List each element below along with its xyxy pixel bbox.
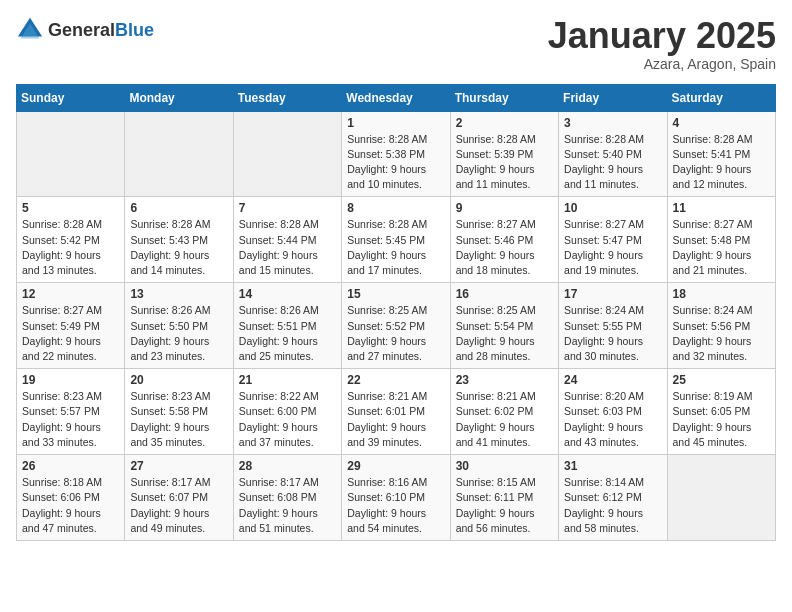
- day-number: 11: [673, 201, 770, 215]
- day-info: Sunrise: 8:17 AM Sunset: 6:07 PM Dayligh…: [130, 475, 227, 536]
- weekday-sunday: Sunday: [17, 84, 125, 111]
- day-info: Sunrise: 8:28 AM Sunset: 5:45 PM Dayligh…: [347, 217, 444, 278]
- day-info: Sunrise: 8:28 AM Sunset: 5:44 PM Dayligh…: [239, 217, 336, 278]
- logo-blue: Blue: [115, 20, 154, 40]
- day-info: Sunrise: 8:14 AM Sunset: 6:12 PM Dayligh…: [564, 475, 661, 536]
- day-cell: 8Sunrise: 8:28 AM Sunset: 5:45 PM Daylig…: [342, 197, 450, 283]
- weekday-thursday: Thursday: [450, 84, 558, 111]
- day-number: 22: [347, 373, 444, 387]
- weekday-monday: Monday: [125, 84, 233, 111]
- day-info: Sunrise: 8:17 AM Sunset: 6:08 PM Dayligh…: [239, 475, 336, 536]
- day-info: Sunrise: 8:26 AM Sunset: 5:50 PM Dayligh…: [130, 303, 227, 364]
- day-cell: 6Sunrise: 8:28 AM Sunset: 5:43 PM Daylig…: [125, 197, 233, 283]
- day-cell: 28Sunrise: 8:17 AM Sunset: 6:08 PM Dayli…: [233, 455, 341, 541]
- day-cell: 16Sunrise: 8:25 AM Sunset: 5:54 PM Dayli…: [450, 283, 558, 369]
- day-number: 3: [564, 116, 661, 130]
- day-info: Sunrise: 8:22 AM Sunset: 6:00 PM Dayligh…: [239, 389, 336, 450]
- day-info: Sunrise: 8:16 AM Sunset: 6:10 PM Dayligh…: [347, 475, 444, 536]
- weekday-friday: Friday: [559, 84, 667, 111]
- day-info: Sunrise: 8:24 AM Sunset: 5:56 PM Dayligh…: [673, 303, 770, 364]
- day-number: 28: [239, 459, 336, 473]
- day-number: 12: [22, 287, 119, 301]
- weekday-saturday: Saturday: [667, 84, 775, 111]
- day-cell: 15Sunrise: 8:25 AM Sunset: 5:52 PM Dayli…: [342, 283, 450, 369]
- day-number: 27: [130, 459, 227, 473]
- day-cell: 17Sunrise: 8:24 AM Sunset: 5:55 PM Dayli…: [559, 283, 667, 369]
- day-number: 19: [22, 373, 119, 387]
- day-info: Sunrise: 8:19 AM Sunset: 6:05 PM Dayligh…: [673, 389, 770, 450]
- day-info: Sunrise: 8:28 AM Sunset: 5:40 PM Dayligh…: [564, 132, 661, 193]
- day-number: 24: [564, 373, 661, 387]
- day-cell: 10Sunrise: 8:27 AM Sunset: 5:47 PM Dayli…: [559, 197, 667, 283]
- day-info: Sunrise: 8:27 AM Sunset: 5:48 PM Dayligh…: [673, 217, 770, 278]
- day-number: 26: [22, 459, 119, 473]
- week-row-2: 5Sunrise: 8:28 AM Sunset: 5:42 PM Daylig…: [17, 197, 776, 283]
- day-number: 29: [347, 459, 444, 473]
- day-info: Sunrise: 8:26 AM Sunset: 5:51 PM Dayligh…: [239, 303, 336, 364]
- calendar-table: SundayMondayTuesdayWednesdayThursdayFrid…: [16, 84, 776, 541]
- day-cell: 11Sunrise: 8:27 AM Sunset: 5:48 PM Dayli…: [667, 197, 775, 283]
- day-info: Sunrise: 8:27 AM Sunset: 5:46 PM Dayligh…: [456, 217, 553, 278]
- day-info: Sunrise: 8:21 AM Sunset: 6:02 PM Dayligh…: [456, 389, 553, 450]
- day-info: Sunrise: 8:28 AM Sunset: 5:38 PM Dayligh…: [347, 132, 444, 193]
- day-number: 7: [239, 201, 336, 215]
- day-cell: 13Sunrise: 8:26 AM Sunset: 5:50 PM Dayli…: [125, 283, 233, 369]
- day-cell: 26Sunrise: 8:18 AM Sunset: 6:06 PM Dayli…: [17, 455, 125, 541]
- day-cell: 9Sunrise: 8:27 AM Sunset: 5:46 PM Daylig…: [450, 197, 558, 283]
- day-number: 20: [130, 373, 227, 387]
- day-cell: 23Sunrise: 8:21 AM Sunset: 6:02 PM Dayli…: [450, 369, 558, 455]
- day-number: 2: [456, 116, 553, 130]
- day-cell: [17, 111, 125, 197]
- day-info: Sunrise: 8:28 AM Sunset: 5:39 PM Dayligh…: [456, 132, 553, 193]
- day-info: Sunrise: 8:25 AM Sunset: 5:54 PM Dayligh…: [456, 303, 553, 364]
- day-cell: 5Sunrise: 8:28 AM Sunset: 5:42 PM Daylig…: [17, 197, 125, 283]
- day-info: Sunrise: 8:28 AM Sunset: 5:43 PM Dayligh…: [130, 217, 227, 278]
- day-number: 17: [564, 287, 661, 301]
- day-cell: 25Sunrise: 8:19 AM Sunset: 6:05 PM Dayli…: [667, 369, 775, 455]
- day-info: Sunrise: 8:21 AM Sunset: 6:01 PM Dayligh…: [347, 389, 444, 450]
- day-cell: [125, 111, 233, 197]
- logo-general: General: [48, 20, 115, 40]
- day-number: 9: [456, 201, 553, 215]
- day-info: Sunrise: 8:20 AM Sunset: 6:03 PM Dayligh…: [564, 389, 661, 450]
- day-info: Sunrise: 8:23 AM Sunset: 5:57 PM Dayligh…: [22, 389, 119, 450]
- day-number: 1: [347, 116, 444, 130]
- day-number: 8: [347, 201, 444, 215]
- day-cell: 30Sunrise: 8:15 AM Sunset: 6:11 PM Dayli…: [450, 455, 558, 541]
- weekday-wednesday: Wednesday: [342, 84, 450, 111]
- day-cell: 7Sunrise: 8:28 AM Sunset: 5:44 PM Daylig…: [233, 197, 341, 283]
- week-row-3: 12Sunrise: 8:27 AM Sunset: 5:49 PM Dayli…: [17, 283, 776, 369]
- day-number: 14: [239, 287, 336, 301]
- day-cell: 22Sunrise: 8:21 AM Sunset: 6:01 PM Dayli…: [342, 369, 450, 455]
- title-block: January 2025 Azara, Aragon, Spain: [548, 16, 776, 72]
- day-cell: 20Sunrise: 8:23 AM Sunset: 5:58 PM Dayli…: [125, 369, 233, 455]
- day-cell: 1Sunrise: 8:28 AM Sunset: 5:38 PM Daylig…: [342, 111, 450, 197]
- weekday-header-row: SundayMondayTuesdayWednesdayThursdayFrid…: [17, 84, 776, 111]
- day-number: 15: [347, 287, 444, 301]
- day-info: Sunrise: 8:28 AM Sunset: 5:41 PM Dayligh…: [673, 132, 770, 193]
- month-title: January 2025: [548, 16, 776, 56]
- day-number: 4: [673, 116, 770, 130]
- day-info: Sunrise: 8:18 AM Sunset: 6:06 PM Dayligh…: [22, 475, 119, 536]
- day-number: 23: [456, 373, 553, 387]
- day-cell: 2Sunrise: 8:28 AM Sunset: 5:39 PM Daylig…: [450, 111, 558, 197]
- day-cell: 21Sunrise: 8:22 AM Sunset: 6:00 PM Dayli…: [233, 369, 341, 455]
- day-cell: 31Sunrise: 8:14 AM Sunset: 6:12 PM Dayli…: [559, 455, 667, 541]
- day-info: Sunrise: 8:24 AM Sunset: 5:55 PM Dayligh…: [564, 303, 661, 364]
- weekday-tuesday: Tuesday: [233, 84, 341, 111]
- day-cell: 19Sunrise: 8:23 AM Sunset: 5:57 PM Dayli…: [17, 369, 125, 455]
- calendar-body: 1Sunrise: 8:28 AM Sunset: 5:38 PM Daylig…: [17, 111, 776, 540]
- day-cell: 14Sunrise: 8:26 AM Sunset: 5:51 PM Dayli…: [233, 283, 341, 369]
- day-number: 10: [564, 201, 661, 215]
- day-cell: 29Sunrise: 8:16 AM Sunset: 6:10 PM Dayli…: [342, 455, 450, 541]
- day-number: 21: [239, 373, 336, 387]
- logo: GeneralBlue: [16, 16, 154, 44]
- day-info: Sunrise: 8:25 AM Sunset: 5:52 PM Dayligh…: [347, 303, 444, 364]
- day-cell: 18Sunrise: 8:24 AM Sunset: 5:56 PM Dayli…: [667, 283, 775, 369]
- day-number: 18: [673, 287, 770, 301]
- day-cell: 4Sunrise: 8:28 AM Sunset: 5:41 PM Daylig…: [667, 111, 775, 197]
- logo-icon: [16, 16, 44, 44]
- day-number: 6: [130, 201, 227, 215]
- day-number: 31: [564, 459, 661, 473]
- week-row-5: 26Sunrise: 8:18 AM Sunset: 6:06 PM Dayli…: [17, 455, 776, 541]
